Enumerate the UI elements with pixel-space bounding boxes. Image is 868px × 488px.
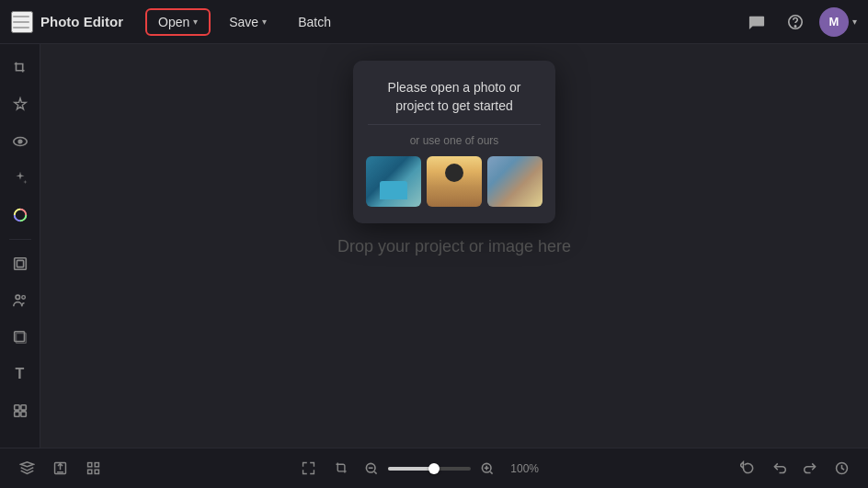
open-button[interactable]: Open ▾ xyxy=(145,8,211,36)
svg-point-8 xyxy=(21,296,25,300)
popup-subtitle: or use one of ours xyxy=(410,134,499,147)
svg-rect-6 xyxy=(17,260,23,267)
drop-zone-label: Drop your project or image here xyxy=(337,236,571,255)
fit-button[interactable] xyxy=(294,455,322,482)
zoom-slider[interactable] xyxy=(388,467,471,471)
app-title: Photo Editor xyxy=(40,14,123,29)
history-button[interactable] xyxy=(828,455,855,482)
svg-point-1 xyxy=(794,25,795,26)
sidebar-item-more[interactable] xyxy=(4,394,37,427)
header-right: M ▾ xyxy=(742,7,857,37)
sidebar-item-frames[interactable] xyxy=(4,247,37,280)
sample-image-portrait[interactable] xyxy=(427,156,482,207)
zoom-in-button[interactable] xyxy=(476,458,498,480)
crop-canvas-button[interactable] xyxy=(327,455,355,482)
sidebar-divider xyxy=(9,239,31,240)
open-label: Open xyxy=(158,15,189,29)
history-area xyxy=(734,455,855,482)
zoom-value: 100% xyxy=(504,462,539,475)
popup-divider xyxy=(368,124,541,125)
save-button[interactable]: Save ▾ xyxy=(218,10,278,34)
svg-rect-12 xyxy=(20,405,25,410)
svg-rect-16 xyxy=(87,463,91,467)
sidebar-item-enhance[interactable] xyxy=(4,88,37,121)
help-button[interactable] xyxy=(781,7,810,37)
zoom-area: 100% xyxy=(294,455,539,482)
canvas-area[interactable]: Please open a photo or project to get st… xyxy=(40,44,868,448)
zoom-slider-thumb xyxy=(428,463,440,474)
header: Photo Editor Open ▾ Save ▾ Batch M ▾ xyxy=(0,0,868,44)
svg-rect-17 xyxy=(95,463,98,467)
sidebar-item-preview[interactable] xyxy=(4,125,37,158)
reset-button[interactable] xyxy=(734,455,761,482)
feedback-button[interactable] xyxy=(742,7,771,37)
user-avatar-wrapper[interactable]: M ▾ xyxy=(819,7,857,37)
open-popup: Please open a photo or project to get st… xyxy=(353,61,555,223)
save-chevron-icon: ▾ xyxy=(262,17,267,27)
popup-samples xyxy=(366,156,542,207)
sidebar-item-effects[interactable] xyxy=(4,162,37,195)
sidebar: T xyxy=(0,44,40,448)
undo-button[interactable] xyxy=(765,455,793,482)
sidebar-item-crop[interactable] xyxy=(4,51,37,85)
open-chevron-icon: ▾ xyxy=(193,17,198,27)
sidebar-item-people[interactable] xyxy=(4,284,37,317)
svg-rect-13 xyxy=(14,412,18,416)
bottom-bar: 100% xyxy=(0,448,868,488)
batch-button[interactable]: Batch xyxy=(285,10,344,34)
sidebar-item-colors[interactable] xyxy=(4,199,37,232)
redo-button[interactable] xyxy=(796,455,824,482)
layers-button[interactable] xyxy=(13,455,40,482)
menu-icon[interactable] xyxy=(11,11,33,33)
sample-image-van[interactable] xyxy=(366,156,421,207)
svg-rect-18 xyxy=(87,470,91,473)
zoom-slider-fill xyxy=(388,467,434,471)
zoom-out-button[interactable] xyxy=(360,458,383,480)
sidebar-item-overlays[interactable] xyxy=(4,321,37,354)
svg-rect-14 xyxy=(20,412,25,416)
batch-label: Batch xyxy=(298,15,331,29)
svg-point-7 xyxy=(16,295,20,300)
sample-image-city[interactable] xyxy=(487,156,542,207)
main-area: T Please open a photo or project to get … xyxy=(0,44,868,448)
save-label: Save xyxy=(229,15,258,29)
grid-button[interactable] xyxy=(79,455,107,482)
avatar: M xyxy=(819,7,849,37)
avatar-chevron-icon: ▾ xyxy=(852,17,857,27)
sidebar-item-text[interactable]: T xyxy=(4,357,37,391)
svg-point-3 xyxy=(18,140,22,143)
export-button[interactable] xyxy=(46,455,74,482)
popup-title: Please open a photo or project to get st… xyxy=(368,79,541,115)
svg-rect-19 xyxy=(95,470,98,473)
svg-rect-11 xyxy=(14,405,18,410)
